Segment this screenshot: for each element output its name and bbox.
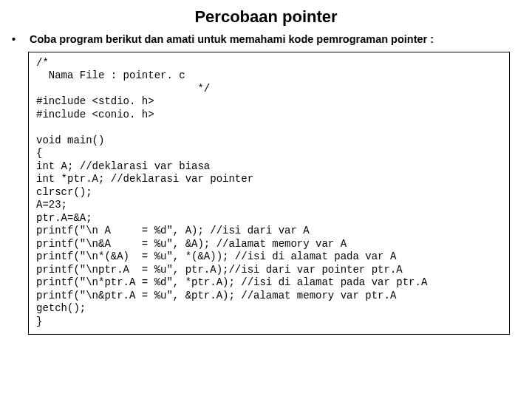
bullet-text: •Coba program berikut dan amati untuk me…: [21, 33, 517, 47]
bullet-label: Coba program berikut dan amati untuk mem…: [30, 33, 434, 45]
code-block: /* Nama File : pointer. c */ #include <s…: [28, 52, 510, 335]
page-title: Percobaan pointer: [15, 7, 517, 27]
